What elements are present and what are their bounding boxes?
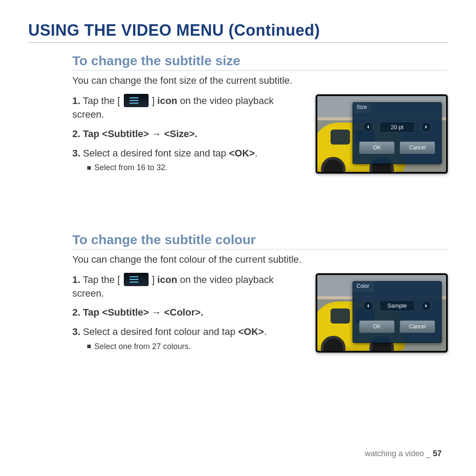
section-subtitle-size: To change the subtitle size You can chan… (72, 53, 448, 179)
step-text-part: Tap the (83, 95, 117, 106)
step-text-part: icon (155, 95, 177, 106)
ok-button[interactable]: OK (359, 320, 394, 333)
next-button[interactable] (421, 301, 431, 311)
cancel-button[interactable]: Cancel (400, 320, 435, 333)
step-number: 3. (72, 325, 83, 338)
step-text-part: Select a desired font size and tap (83, 148, 229, 159)
popup-title: Size (353, 103, 371, 112)
menu-icon (124, 273, 149, 286)
page-title: USING THE VIDEO MENU (Continued) (28, 21, 448, 43)
heading-subtitle-size: To change the subtitle size (72, 53, 448, 71)
popup-colour: Color Sample OK Cancel (353, 281, 442, 343)
step-text-part: . (255, 148, 257, 159)
popup-size: Size 20 pt OK Cancel (353, 102, 442, 164)
step-text-part: <OK> (229, 148, 255, 159)
page-footer: watching a video _ 57 (365, 449, 442, 458)
bullet-icon (87, 166, 91, 170)
prev-button[interactable] (363, 301, 373, 311)
prev-button[interactable] (363, 122, 373, 132)
step-text-part: Select a desired font colour and tap (83, 326, 238, 337)
popup-value: Sample (379, 300, 415, 311)
step-1: 1.Tap the [ ] icon on the video playback… (72, 273, 307, 300)
step-3: 3.Select a desired font colour and tap <… (72, 325, 307, 352)
step-number: 2. (72, 306, 83, 319)
heading-subtitle-colour: To change the subtitle colour (72, 232, 448, 249)
next-button[interactable] (421, 122, 431, 132)
intro-text: You can change the font colour of the cu… (72, 254, 448, 265)
step-2: 2.Tap <Subtitle> → <Color>. (72, 306, 307, 319)
device-screenshot-colour: Color Sample OK Cancel (316, 273, 448, 353)
cancel-button[interactable]: Cancel (400, 141, 435, 154)
footer-label: watching a video _ (365, 449, 433, 458)
popup-title: Color (353, 282, 373, 291)
bullet-text: Select one from 27 colours. (94, 342, 191, 351)
step-1: 1.Tap the [ ] icon on the video playback… (72, 94, 307, 121)
step-number: 2. (72, 127, 83, 141)
step-number: 1. (72, 94, 83, 108)
bullet-text: Select from 16 to 32. (94, 163, 167, 172)
ok-button[interactable]: OK (359, 141, 394, 154)
section-subtitle-colour: To change the subtitle colour You can ch… (72, 232, 448, 358)
intro-text: You can change the font size of the curr… (72, 75, 448, 86)
step-text-part: <OK> (238, 326, 264, 337)
step-bullet: Select one from 27 colours. (87, 341, 307, 352)
step-text-part: icon (155, 274, 177, 285)
popup-value: 20 pt (379, 122, 415, 133)
menu-icon (124, 94, 149, 107)
step-number: 1. (72, 273, 83, 286)
bullet-icon (87, 345, 91, 348)
step-3: 3.Select a desired font size and tap <OK… (72, 147, 307, 173)
step-text: Tap <Subtitle> → <Color>. (83, 307, 203, 318)
steps-list: 1.Tap the [ ] icon on the video playback… (72, 273, 307, 358)
step-text-part: Tap the (83, 274, 117, 285)
device-screenshot-size: Size 20 pt OK Cancel (316, 94, 448, 174)
step-number: 3. (72, 147, 83, 160)
step-2: 2.Tap <Subtitle> → <Size>. (72, 127, 307, 141)
step-text: Tap <Subtitle> → <Size>. (83, 128, 197, 139)
steps-list: 1.Tap the [ ] icon on the video playback… (72, 94, 307, 179)
page-number: 57 (433, 449, 442, 458)
step-text-part: . (264, 326, 267, 337)
step-bullet: Select from 16 to 32. (87, 162, 307, 173)
